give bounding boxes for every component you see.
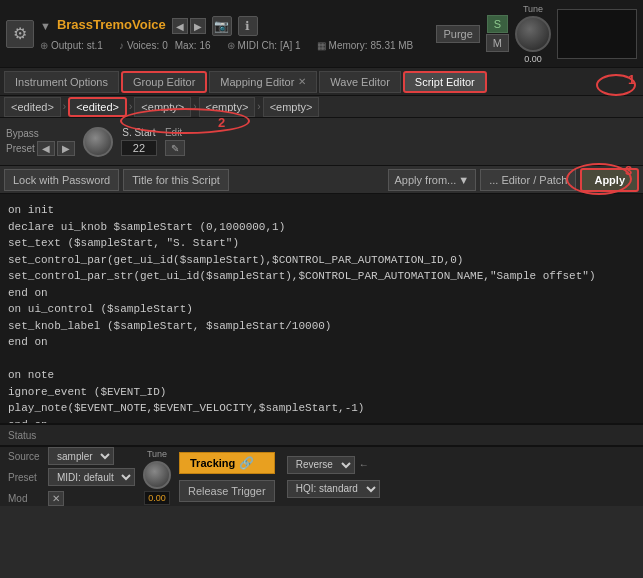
mod-label: Mod [8,493,44,504]
tune-bottom-section: Tune 0.00 [143,449,171,505]
tune-bottom-knob[interactable] [143,461,171,489]
m-button[interactable]: M [486,34,509,52]
code-line: end on [8,417,635,425]
s-start-value[interactable]: 22 [121,140,157,156]
breadcrumb-3[interactable]: <empty> [199,96,256,117]
s-start-section: S. Start 22 [121,127,157,156]
tab-wave-editor[interactable]: Wave Editor [319,71,401,93]
code-line: end on [8,334,635,351]
midi-value: [A] 1 [280,40,301,51]
s-button[interactable]: S [487,15,508,33]
source-label: Source [8,451,44,462]
preset-right-btn[interactable]: ▶ [57,141,75,156]
tracking-button[interactable]: Tracking 🔗 [179,452,275,474]
preset-bottom-label: Preset [8,472,44,483]
bypass-knob[interactable] [83,127,113,157]
breadcrumb-row: <edited> › <edited> › <empty> › <empty> … [0,96,643,118]
bottom-bar: Source sampler Preset MIDI: default Mod … [0,446,643,506]
tab-bar: Instrument Options Group Editor Mapping … [0,68,643,96]
tune-bottom-label: Tune [147,449,167,459]
source-select[interactable]: sampler [48,447,114,465]
reverse-arrow-icon: ← [359,459,369,470]
tune-label: Tune [523,4,543,14]
code-line: ignore_event ($EVENT_ID) [8,384,635,401]
tab-mapping-close-icon[interactable]: ✕ [298,76,306,87]
nav-arrows: ◀ ▶ [172,18,206,34]
tab-group-editor[interactable]: Group Editor [121,71,207,93]
code-line: set_control_par_str(get_ui_id($sampleSta… [8,268,635,285]
lock-button[interactable]: Lock with Password [4,169,119,191]
reverse-select[interactable]: Reverse [287,456,355,474]
bc-arrow-2: › [191,101,198,112]
editor-patch-button[interactable]: ... Editor / Patch [480,169,576,191]
tracking-link-icon: 🔗 [239,456,254,470]
code-line: set_knob_label ($sampleStart, $sampleSta… [8,318,635,335]
breadcrumb-0[interactable]: <edited> [4,96,61,117]
prev-btn[interactable]: ◀ [172,18,188,34]
code-line: set_text ($sampleStart, "S. Start") [8,235,635,252]
edit-icon-button[interactable]: ✎ [165,140,185,156]
source-section: Source sampler Preset MIDI: default Mod … [8,447,135,506]
breadcrumb-4[interactable]: <empty> [263,96,320,117]
logo-icon: ⚙ [6,20,34,48]
code-line: declare ui_knob $sampleStart (0,1000000,… [8,219,635,236]
midi-select[interactable]: MIDI: default [48,468,135,486]
instrument-name: BrassTremoVoice [57,17,166,32]
midi-label: MIDI Ch: [238,40,277,51]
edit-section: Edit ✎ [165,127,185,156]
tab-instrument-options[interactable]: Instrument Options [4,71,119,93]
memory-value: 85.31 MB [370,40,413,51]
hqi-select[interactable]: HQI: standard [287,480,380,498]
voice-icon: ♪ [119,40,124,51]
memory-icon: ▦ [317,40,326,51]
voices-label: Voices: [127,40,159,51]
breadcrumb-1[interactable]: <edited> [68,96,127,117]
status-bar: Status [0,424,643,446]
info-btn[interactable]: ℹ [238,16,258,36]
mod-close-btn[interactable]: ✕ [48,491,64,506]
preset-row: Preset ◀ ▶ [6,141,75,156]
status-label: Status [8,430,36,441]
code-line: set_control_par(get_ui_id($sampleStart),… [8,252,635,269]
code-line: play_note($EVENT_NOTE,$EVENT_VELOCITY,$s… [8,400,635,417]
max-label: Max: [175,40,197,51]
output-value: st.1 [87,40,103,51]
tab-mapping-editor[interactable]: Mapping Editor ✕ [209,71,317,93]
midi-icon: ⊛ [227,40,235,51]
preset-left-btn[interactable]: ◀ [37,141,55,156]
release-trigger-button[interactable]: Release Trigger [179,480,275,502]
code-editor[interactable]: on initdeclare ui_knob $sampleStart (0,1… [0,194,643,424]
title-button[interactable]: Title for this Script [123,169,229,191]
bypass-label: Bypass [6,128,75,139]
tune-value: 0.00 [524,54,542,64]
bc-arrow-1: › [127,101,134,112]
apply-from-button[interactable]: Apply from... ▼ [388,169,477,191]
next-btn[interactable]: ▶ [190,18,206,34]
code-line: on note [8,367,635,384]
tune-knob[interactable] [515,16,551,52]
output-icon: ⊕ [40,40,48,51]
bc-arrow-3: › [255,101,262,112]
bc-arrow-0: › [61,101,68,112]
controls-row: Bypass Preset ◀ ▶ S. Start 22 Edit ✎ [0,118,643,166]
tune-bottom-value: 0.00 [144,491,170,505]
max-value: 16 [199,40,210,51]
toolbar-row: Lock with Password Title for this Script… [0,166,643,194]
code-line: on ui_control ($sampleStart) [8,301,635,318]
camera-btn[interactable]: 📷 [212,16,232,36]
output-label: Output: [51,40,84,51]
tab-script-editor[interactable]: Script Editor [403,71,487,93]
preset-label: Preset [6,143,35,154]
bypass-section: Bypass Preset ◀ ▶ [6,128,75,156]
apply-button[interactable]: Apply [580,168,639,192]
purge-button[interactable]: Purge [436,25,479,43]
breadcrumb-2[interactable]: <empty> [134,96,191,117]
memory-label: Memory: [329,40,368,51]
s-start-label: S. Start [122,127,155,138]
right-display [557,9,637,59]
tune-section: Tune 0.00 [515,4,551,64]
header-bar: ⚙ ▼ BrassTremoVoice ◀ ▶ 📷 ℹ ⊕ Output: st… [0,0,643,68]
apply-from-arrow-icon: ▼ [458,174,469,186]
voices-value: 0 [162,40,168,51]
code-line [8,351,635,368]
